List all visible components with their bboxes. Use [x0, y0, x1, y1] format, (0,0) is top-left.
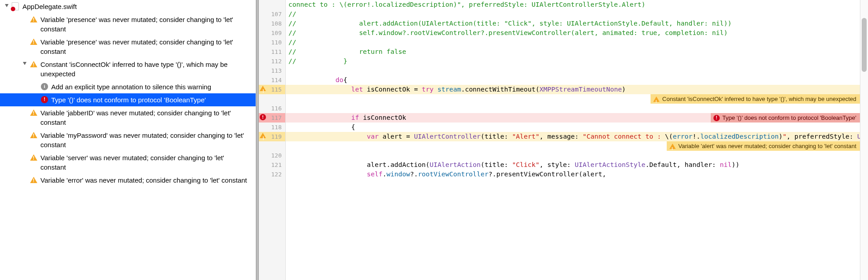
vertical-scrollbar[interactable]: [860, 0, 868, 280]
code-editor[interactable]: 1071081091101111121131141151161171181191…: [259, 0, 868, 280]
scrollbar-thumb[interactable]: [862, 18, 867, 72]
code-line[interactable]: alert.addAction(UIAlertAction(title: "Cl…: [286, 160, 860, 170]
issue-row[interactable]: Variable 'error' was never mutated; cons…: [0, 174, 256, 187]
issue-text: Variable 'presence' was never mutated; c…: [40, 15, 252, 34]
issue-text: Constant 'isConnectOk' inferred to have …: [40, 60, 252, 79]
inline-warning-annotation[interactable]: Constant 'isConnectOk' inferred to have …: [651, 94, 860, 104]
warning-icon: [30, 176, 38, 184]
code-line[interactable]: [286, 66, 860, 75]
gutter-line[interactable]: 107: [259, 9, 285, 19]
issue-text: Variable 'error' was never mutated; cons…: [40, 175, 252, 185]
issue-row[interactable]: Variable 'myPassword' was never mutated;…: [0, 129, 256, 151]
code-content[interactable]: connect to : \(error!.localizedDescripti…: [286, 0, 860, 280]
gutter-line[interactable]: 118: [259, 122, 285, 132]
gutter-line[interactable]: 110: [259, 38, 285, 47]
code-line[interactable]: let isConnectOk = try stream.connectWith…: [286, 85, 860, 94]
warning-icon: [669, 144, 676, 149]
disclosure-triangle-icon[interactable]: [22, 61, 28, 67]
line-number-gutter[interactable]: 1071081091101111121131141151161171181191…: [259, 0, 286, 280]
issue-text: Type '()' does not conform to protocol '…: [51, 95, 252, 105]
gutter-line[interactable]: 113: [259, 66, 285, 75]
gutter-line[interactable]: 121: [259, 160, 285, 170]
warning-icon: [653, 96, 660, 102]
issue-text: Variable 'myPassword' was never mutated;…: [40, 131, 252, 149]
issue-navigator[interactable]: AppDelegate.swift Variable 'presence' wa…: [0, 0, 256, 280]
swift-file-error-icon: [12, 2, 20, 10]
code-line[interactable]: connect to : \(error!.localizedDescripti…: [286, 0, 860, 9]
file-name: AppDelegate.swift: [22, 2, 252, 11]
warning-icon: [30, 15, 38, 23]
gutter-line[interactable]: 119: [259, 132, 285, 141]
error-icon: [713, 115, 720, 121]
disclosure-triangle-icon[interactable]: [4, 3, 10, 9]
issue-row[interactable]: Type '()' does not conform to protocol '…: [0, 93, 256, 106]
warning-icon: [30, 153, 38, 162]
gutter-line[interactable]: 122: [259, 170, 285, 179]
info-icon: [40, 83, 49, 91]
code-line[interactable]: do{: [286, 75, 860, 85]
code-line[interactable]: {: [286, 122, 860, 132]
annotation-text: Constant 'isConnectOk' inferred to have …: [662, 94, 856, 104]
issue-text: Variable 'presence' was never mutated; c…: [40, 37, 252, 56]
code-line[interactable]: // return false: [286, 47, 860, 57]
inline-warning-annotation[interactable]: Variable 'alert' was never mutated; cons…: [667, 141, 860, 151]
gutter-line[interactable]: 111: [259, 47, 285, 57]
code-line[interactable]: //: [286, 9, 860, 19]
gutter-line[interactable]: 115: [259, 85, 285, 94]
code-line[interactable]: // }: [286, 57, 860, 66]
issue-row[interactable]: Variable 'presence' was never mutated; c…: [0, 13, 256, 35]
gutter-line[interactable]: 114: [259, 75, 285, 85]
inline-error-annotation[interactable]: Type '()' does not conform to protocol '…: [711, 113, 860, 122]
warning-icon: [30, 109, 38, 117]
gutter-line[interactable]: 108: [259, 19, 285, 28]
gutter-line[interactable]: 120: [259, 151, 285, 160]
issue-row[interactable]: Constant 'isConnectOk' inferred to have …: [0, 58, 256, 80]
code-line[interactable]: self.window?.rootViewController?.present…: [286, 170, 860, 179]
issue-text: Add an explicit type annotation to silen…: [51, 82, 252, 92]
warning-icon: [260, 86, 266, 91]
code-line[interactable]: if isConnectOkType '()' does not conform…: [286, 113, 860, 122]
annotation-text: Variable 'alert' was never mutated; cons…: [678, 141, 856, 151]
code-line[interactable]: // alert.addAction(UIAlertAction(title: …: [286, 19, 860, 28]
error-icon: [40, 96, 49, 104]
warning-icon: [30, 38, 38, 46]
code-line[interactable]: // self.window?.rootViewController?.pres…: [286, 28, 860, 38]
issue-row[interactable]: Variable 'presence' was never mutated; c…: [0, 35, 256, 58]
annotation-text: Type '()' does not conform to protocol '…: [722, 113, 856, 122]
error-icon: [260, 114, 266, 120]
gutter-line[interactable]: 117: [259, 113, 285, 122]
code-line[interactable]: var alert = UIAlertController(title: "Al…: [286, 132, 860, 141]
warning-icon: [30, 60, 38, 68]
issue-row[interactable]: Variable 'server' was never mutated; con…: [0, 151, 256, 174]
gutter-line[interactable]: 116: [259, 104, 285, 113]
code-line[interactable]: Constant 'isConnectOk' inferred to have …: [286, 94, 860, 104]
gutter-line[interactable]: 109: [259, 28, 285, 38]
code-line[interactable]: //: [286, 38, 860, 47]
code-line[interactable]: [286, 151, 860, 160]
issue-row[interactable]: Variable 'jabberID' was never mutated; c…: [0, 106, 256, 129]
code-line[interactable]: Variable 'alert' was never mutated; cons…: [286, 141, 860, 151]
warning-icon: [30, 131, 38, 139]
warning-icon: [260, 133, 266, 138]
gutter-line[interactable]: 112: [259, 57, 285, 66]
issue-text: Variable 'server' was never mutated; con…: [40, 153, 252, 172]
gutter-line[interactable]: [259, 0, 285, 9]
issue-text: Variable 'jabberID' was never mutated; c…: [40, 108, 252, 127]
file-group-row[interactable]: AppDelegate.swift: [0, 0, 256, 13]
code-line[interactable]: [286, 104, 860, 113]
issue-row[interactable]: Add an explicit type annotation to silen…: [0, 80, 256, 93]
